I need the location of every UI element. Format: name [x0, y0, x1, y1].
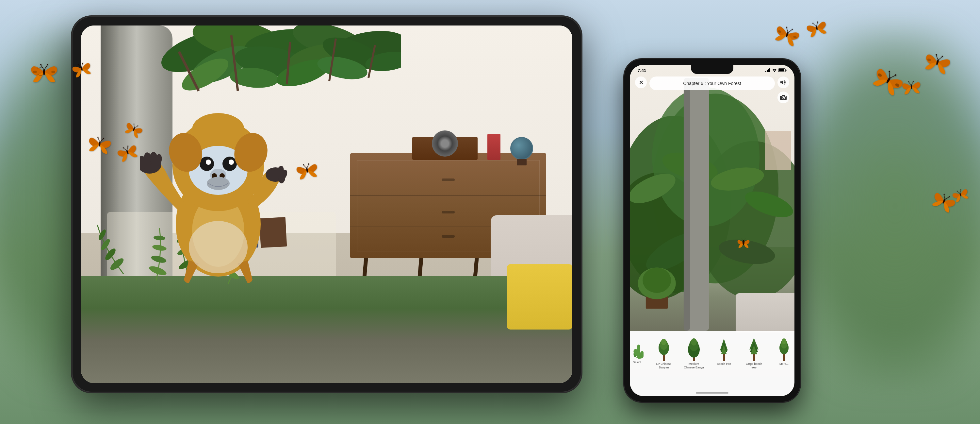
svg-point-76	[743, 240, 745, 245]
tree-4-label: Large beechtree	[746, 362, 762, 370]
close-icon: ✕	[639, 80, 643, 86]
phone-time: 7:41	[638, 68, 646, 73]
svg-line-77	[741, 238, 743, 240]
tablet-ar-scene: TIME	[81, 26, 572, 383]
sound-button[interactable]	[778, 77, 789, 88]
svg-rect-105	[753, 354, 755, 361]
tree-5-label: More...	[780, 362, 789, 366]
svg-point-43	[189, 221, 248, 273]
svg-point-25	[206, 159, 211, 165]
tree-5-icon	[779, 338, 789, 361]
svg-point-46	[100, 238, 111, 251]
tablet-device: TIME	[72, 16, 581, 392]
tree-item-1[interactable]: LP ChineseBanyan	[651, 335, 677, 370]
svg-line-78	[744, 238, 746, 240]
select-hand-icon	[630, 341, 644, 359]
sound-icon	[780, 80, 786, 85]
close-button[interactable]: ✕	[635, 77, 647, 88]
tree-4-icon	[749, 338, 759, 361]
bg-foliage-right	[784, 26, 980, 386]
ground-cover	[81, 276, 572, 383]
svg-point-75	[643, 268, 671, 293]
svg-rect-72	[684, 78, 690, 331]
svg-point-45	[103, 247, 117, 261]
tree-2-label: MediumChinese Eanya	[684, 362, 704, 370]
select-hand-item[interactable]: Select	[630, 335, 647, 364]
svg-point-83	[774, 71, 775, 72]
svg-point-44	[108, 256, 125, 272]
phone-frame: 7:41	[624, 59, 800, 402]
phone-shelf	[765, 131, 791, 170]
svg-point-100	[691, 338, 697, 346]
camera-icon	[780, 95, 787, 100]
chapter-bar: Chapter 6 : Your Own Forest	[649, 77, 775, 90]
tree-item-3[interactable]: Beech tree	[711, 335, 737, 366]
tree-3-label: Beech tree	[717, 362, 731, 366]
signal-icon	[765, 69, 771, 72]
phone-bottom-bar: Select LP ChineseBanyan	[630, 331, 794, 396]
svg-rect-86	[786, 70, 787, 71]
monkey-figure	[140, 94, 297, 283]
svg-rect-91	[782, 95, 785, 96]
home-indicator	[696, 392, 729, 394]
svg-rect-79	[765, 71, 766, 72]
svg-marker-87	[780, 80, 783, 84]
svg-rect-109	[783, 354, 785, 361]
phone-couch	[736, 293, 794, 333]
phone-device: 7:41	[624, 59, 800, 402]
chapter-label: Chapter 6 : Your Own Forest	[683, 81, 741, 86]
tree-item-2[interactable]: MediumChinese Eanya	[681, 335, 707, 370]
svg-point-33	[192, 113, 244, 146]
battery-icon	[778, 69, 787, 72]
tree-2-icon	[688, 338, 700, 361]
svg-point-90	[783, 97, 784, 99]
svg-rect-101	[723, 354, 725, 361]
wifi-icon	[772, 69, 777, 72]
phone-status-icons	[765, 69, 787, 72]
tree-item-4[interactable]: Large beechtree	[741, 335, 767, 370]
phone-screen: 7:41	[630, 65, 794, 396]
svg-rect-80	[767, 70, 768, 72]
yellow-blanket	[507, 264, 572, 330]
tablet-frame: TIME	[72, 16, 581, 392]
svg-rect-82	[769, 69, 770, 72]
tree-3-icon	[719, 338, 729, 361]
tree-item-5[interactable]: More...	[771, 335, 794, 366]
svg-rect-81	[768, 69, 769, 72]
phone-plants	[630, 78, 794, 331]
svg-point-96	[661, 339, 667, 345]
tree-selector: Select LP ChineseBanyan	[630, 335, 794, 370]
svg-rect-85	[779, 69, 784, 72]
tree-1-icon	[658, 338, 670, 361]
tree-1-label: LP ChineseBanyan	[656, 362, 671, 370]
svg-point-26	[229, 159, 234, 165]
svg-point-30	[207, 177, 230, 190]
select-label: Select	[633, 360, 641, 364]
phone-butterfly-icon	[737, 237, 750, 249]
camera-button[interactable]	[778, 91, 789, 103]
tablet-screen: TIME	[81, 26, 572, 383]
svg-point-112	[782, 338, 786, 344]
svg-point-92	[785, 96, 786, 97]
phone-notch	[691, 65, 733, 74]
